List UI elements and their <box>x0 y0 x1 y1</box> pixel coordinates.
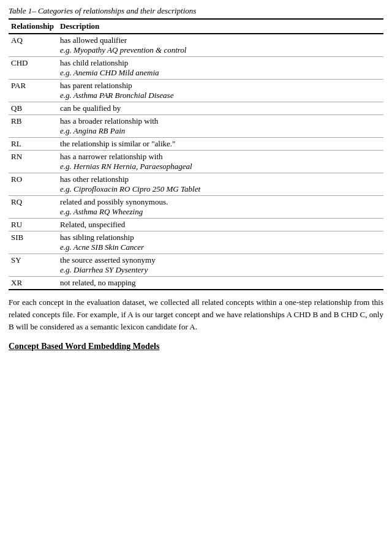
rel-desc-text: Related, unspecified <box>60 220 125 229</box>
rel-example: e.g. Hernias RN Hernia, Paraesophageal <box>60 162 192 171</box>
rel-description: has a broader relationship withe.g. Angi… <box>58 115 383 138</box>
rel-code: RB <box>9 115 58 138</box>
rel-code: RN <box>9 151 58 173</box>
rel-desc-text: related and possibly synonymous. <box>60 197 168 206</box>
rel-example: e.g. Myopathy AQ prevention & control <box>60 45 186 54</box>
body-paragraph: For each concept in the evaluation datas… <box>9 296 383 333</box>
table-row: RNhas a narrower relationship withe.g. H… <box>9 151 383 173</box>
col-header-relationship: Relationship <box>9 19 58 34</box>
rel-desc-text: the relationship is similar or "alike." <box>60 139 175 148</box>
rel-description: the source asserted synonymye.g. Diarrhe… <box>58 254 383 277</box>
table-header-row: Relationship Description <box>9 19 383 34</box>
table-row: PARhas parent relationshipe.g. Asthma PA… <box>9 80 383 102</box>
table-title: Table 1– Categories of relationships and… <box>9 6 383 16</box>
rel-desc-text: can be qualified by <box>60 103 121 113</box>
rel-code: PAR <box>9 80 58 102</box>
table-row: SYthe source asserted synonymye.g. Diarr… <box>9 254 383 277</box>
rel-code: SY <box>9 254 58 277</box>
rel-description: has a narrower relationship withe.g. Her… <box>58 151 383 173</box>
table-row: SIBhas sibling relationshipe.g. Acne SIB… <box>9 231 383 254</box>
rel-description: has allowed qualifiere.g. Myopathy AQ pr… <box>58 34 383 57</box>
col-header-description: Description <box>58 19 383 34</box>
rel-code: XR <box>9 277 58 290</box>
rel-description: the relationship is similar or "alike." <box>58 138 383 151</box>
rel-example: e.g. Anemia CHD Mild anemia <box>60 68 159 77</box>
rel-code: AQ <box>9 34 58 57</box>
rel-desc-text: has allowed qualifier <box>60 36 127 45</box>
rel-code: QB <box>9 102 58 115</box>
rel-desc-text: the source asserted synonymy <box>60 255 156 265</box>
rel-example: e.g. Ciprofloxacin RO Cipro 250 MG Table… <box>60 184 200 193</box>
rel-example: e.g. Angina RB Pain <box>60 126 125 135</box>
rel-example: e.g. Asthma RQ Wheezing <box>60 207 143 216</box>
table-row: RQrelated and possibly synonymous.e.g. A… <box>9 196 383 219</box>
table-row: XRnot related, no mapping <box>9 277 383 290</box>
table-row: RLthe relationship is similar or "alike.… <box>9 138 383 151</box>
table-row: CHDhas child relationshipe.g. Anemia CHD… <box>9 57 383 80</box>
rel-description: related and possibly synonymous.e.g. Ast… <box>58 196 383 219</box>
rel-description: has parent relationshipe.g. Asthma PAR B… <box>58 80 383 102</box>
section-heading: Concept Based Word Embedding Models <box>9 342 383 351</box>
rel-desc-text: has child relationship <box>60 58 128 67</box>
rel-description: Related, unspecified <box>58 219 383 231</box>
rel-example: e.g. Diarrhea SY Dysentery <box>60 265 148 274</box>
rel-desc-text: has parent relationship <box>60 81 132 90</box>
rel-description: has sibling relationshipe.g. Acne SIB Sk… <box>58 231 383 254</box>
table-row: RURelated, unspecified <box>9 219 383 231</box>
table-row: ROhas other relationshipe.g. Ciprofloxac… <box>9 173 383 196</box>
rel-code: SIB <box>9 231 58 254</box>
rel-desc-text: has other relationship <box>60 175 129 184</box>
relationships-table: Relationship Description AQhas allowed q… <box>9 18 383 290</box>
rel-desc-text: not related, no mapping <box>60 278 135 287</box>
rel-desc-text: has a narrower relationship with <box>60 152 163 161</box>
rel-code: RL <box>9 138 58 151</box>
rel-description: not related, no mapping <box>58 277 383 290</box>
rel-code: CHD <box>9 57 58 80</box>
rel-description: has child relationshipe.g. Anemia CHD Mi… <box>58 57 383 80</box>
rel-example: e.g. Asthma PAR Bronchial Disease <box>60 91 173 100</box>
rel-desc-text: has a broader relationship with <box>60 116 158 126</box>
rel-description: can be qualified by <box>58 102 383 115</box>
rel-code: RU <box>9 219 58 231</box>
rel-description: has other relationshipe.g. Ciprofloxacin… <box>58 173 383 196</box>
rel-desc-text: has sibling relationship <box>60 233 134 242</box>
rel-code: RQ <box>9 196 58 219</box>
table-row: QBcan be qualified by <box>9 102 383 115</box>
rel-example: e.g. Acne SIB Skin Cancer <box>60 242 144 252</box>
table-row: AQhas allowed qualifiere.g. Myopathy AQ … <box>9 34 383 57</box>
table-row: RBhas a broader relationship withe.g. An… <box>9 115 383 138</box>
rel-code: RO <box>9 173 58 196</box>
